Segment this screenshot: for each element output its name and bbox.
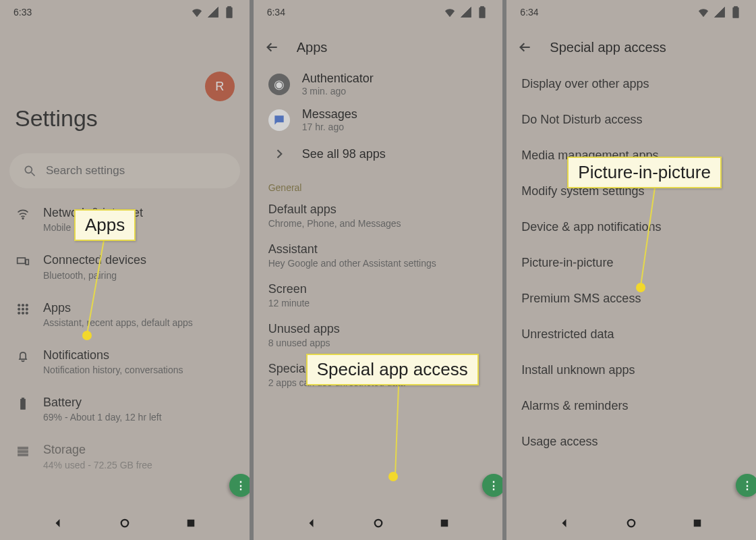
svg-point-22 [374,520,382,527]
nav-home-icon[interactable] [119,517,131,529]
clock: 6:34 [267,7,285,18]
app-bar: Apps [254,28,503,66]
status-icons [190,5,236,19]
svg-rect-4 [26,260,28,265]
nav-recent-icon[interactable] [438,517,450,529]
app-icon [268,109,290,131]
status-icons [697,5,743,19]
see-all-apps[interactable]: See all 98 apps [254,138,503,170]
row-unrestricted-data[interactable]: Unrestricted data [506,317,756,352]
battery-icon [475,5,489,19]
fab-button[interactable]: ⋮ [736,474,756,497]
search-icon [23,164,36,178]
nav-back-icon[interactable] [559,517,571,529]
svg-point-11 [18,312,20,314]
search-placeholder: Search settings [46,164,125,178]
svg-rect-18 [18,454,28,456]
signal-icon [459,5,473,19]
callout-picture-in-picture: Picture-in-picture [567,157,722,188]
general-row-assistant[interactable]: Assistant Hey Google and other Assistant… [254,236,503,275]
row-display-over-other-apps[interactable]: Display over other apps [506,66,756,102]
setting-row-notifications[interactable]: NotificationsNotification history, conve… [0,338,250,385]
nav-bar [0,506,250,540]
bell-icon [16,350,30,363]
page-title: Apps [297,40,328,55]
status-bar: 6:34 [254,0,503,24]
svg-point-6 [22,304,24,306]
svg-rect-20 [187,520,195,527]
nav-recent-icon[interactable] [185,517,197,529]
app-bar: Special app access [506,28,756,66]
nav-bar [254,506,503,540]
row-alarms-reminders[interactable]: Alarms & reminders [506,388,756,424]
devices-icon [16,254,30,268]
svg-point-8 [18,308,20,310]
svg-point-9 [22,308,24,310]
section-label-general: General [254,170,503,196]
callout-special-app-access: Special app access [306,354,479,385]
row-premium-sms-access[interactable]: Premium SMS access [506,281,756,317]
row-usage-access[interactable]: Usage access [506,424,756,460]
apps-icon [16,302,30,316]
panel-apps: 6:34 Apps ◉ Authenticator3 min. ago Mess… [254,0,507,540]
general-row-unused-apps[interactable]: Unused apps 8 unused apps [254,315,503,355]
svg-rect-15 [22,398,24,400]
row-do-not-disturb-access[interactable]: Do Not Disturb access [506,102,756,138]
wifi-icon [16,207,30,221]
wifi-icon [443,5,457,19]
battery-icon [223,5,236,19]
svg-rect-3 [18,258,26,263]
setting-row-connected-devices[interactable]: Connected devicesBluetooth, pairing [0,242,250,290]
row-picture-in-picture[interactable]: Picture-in-picture [506,245,756,281]
profile-avatar[interactable]: R [205,72,235,101]
svg-point-13 [26,312,28,314]
svg-rect-17 [18,451,28,453]
svg-line-1 [32,173,35,176]
signal-icon [713,5,726,19]
nav-back-icon[interactable] [53,517,65,529]
status-bar: 6:34 [506,0,756,24]
nav-back-icon[interactable] [306,517,318,529]
nav-home-icon[interactable] [372,517,384,529]
page-title: Special app access [550,40,666,55]
clock: 6:34 [520,7,538,18]
wifi-icon [190,5,204,19]
recent-app-messages[interactable]: Messages17 hr. ago [254,102,503,138]
status-bar: 6:33 [0,0,250,24]
svg-point-12 [22,312,24,314]
setting-row-apps[interactable]: AppsAssistant, recent apps, default apps [0,290,250,338]
row-install-unknown-apps[interactable]: Install unknown apps [506,352,756,388]
battery-icon [16,397,30,410]
panel-settings: 6:33 R Settings Search settings Network … [0,0,254,540]
back-icon[interactable] [266,40,279,54]
clock: 6:33 [13,7,32,18]
signal-icon [206,5,220,19]
general-row-default-apps[interactable]: Default apps Chrome, Phone, and Messages [254,196,503,236]
fab-button[interactable]: ⋮ [229,474,252,497]
app-icon: ◉ [268,74,290,95]
svg-point-2 [22,217,24,219]
wifi-icon [697,5,710,19]
storage-icon [16,444,30,458]
svg-rect-16 [18,448,28,450]
battery-icon [729,5,743,19]
setting-row-battery[interactable]: Battery69% - About 1 day, 12 hr left [0,385,250,432]
row-device-app-notifications[interactable]: Device & app notifications [506,209,756,245]
fab-button[interactable]: ⋮ [482,474,505,497]
highlight-dot [82,331,92,340]
svg-point-19 [121,520,129,527]
setting-row-storage[interactable]: Storage44% used - 72.25 GB free [0,432,250,479]
nav-bar [506,506,756,540]
svg-rect-26 [694,520,701,527]
svg-point-7 [26,304,28,306]
svg-point-5 [18,304,20,306]
back-icon[interactable] [519,40,532,54]
nav-recent-icon[interactable] [691,517,703,529]
search-input[interactable]: Search settings [9,153,240,188]
callout-apps: Apps [74,209,136,241]
nav-home-icon[interactable] [625,517,637,529]
recent-app-authenticator[interactable]: ◉ Authenticator3 min. ago [254,66,503,102]
general-row-screen-time[interactable]: Screen 12 minute [254,275,503,315]
svg-point-25 [628,520,635,527]
svg-point-0 [25,166,32,173]
